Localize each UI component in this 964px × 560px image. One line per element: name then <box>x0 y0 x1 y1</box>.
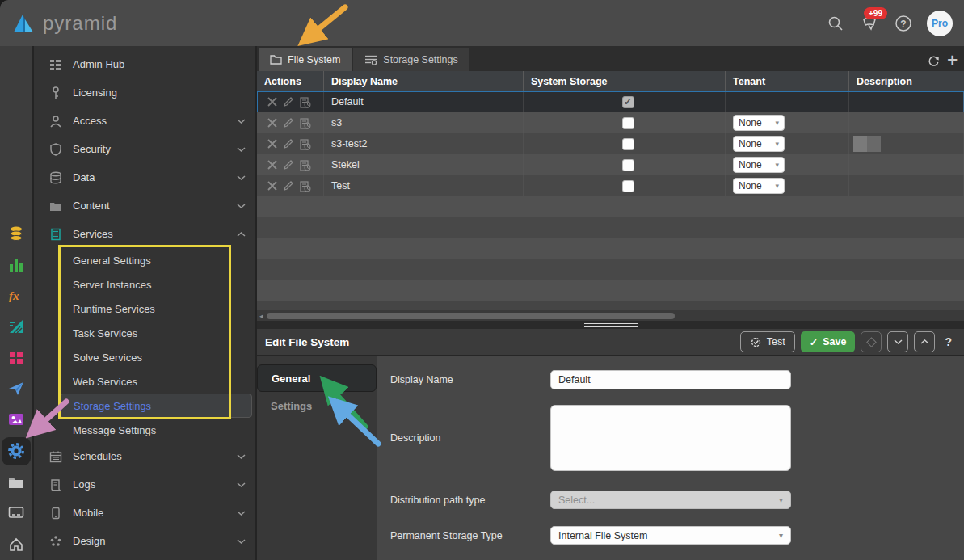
permanent-storage-type-select[interactable]: Internal File System ▾ <box>550 526 791 545</box>
panel-splitter[interactable] <box>257 321 964 329</box>
history-clipboard-icon[interactable] <box>299 138 311 150</box>
splitter-handle-icon[interactable] <box>584 323 638 327</box>
distribution-path-type-select[interactable]: Select... ▾ <box>550 491 791 509</box>
tenant-select[interactable]: None▾ <box>733 115 785 131</box>
scrollbar-thumb[interactable] <box>267 313 675 319</box>
sidebar-subitem-general-settings[interactable]: General Settings <box>34 248 255 272</box>
header-tenant[interactable]: Tenant <box>726 71 849 91</box>
history-clipboard-icon[interactable] <box>299 180 311 192</box>
image-icon[interactable] <box>2 404 31 435</box>
horizontal-scrollbar[interactable]: ◂ <box>257 310 964 321</box>
sidebar-subitem-message-settings[interactable]: Message Settings <box>34 418 255 442</box>
row-display-name: Default <box>324 92 524 112</box>
search-icon[interactable] <box>825 13 846 34</box>
notifications-icon[interactable]: +99 <box>859 13 880 34</box>
sidebar-item-mobile[interactable]: Mobile <box>34 499 255 527</box>
sidebar-subitem-server-instances[interactable]: Server Instances <box>34 272 255 297</box>
system-storage-checkbox[interactable] <box>622 180 634 192</box>
system-storage-checkbox[interactable] <box>622 138 634 150</box>
sidebar-item-services[interactable]: Services <box>34 220 255 248</box>
tab-settings[interactable]: Settings <box>257 392 377 419</box>
home-icon[interactable] <box>2 529 31 560</box>
system-storage-checkbox[interactable] <box>622 159 634 171</box>
row-display-name: Test <box>324 175 524 196</box>
sidebar-item-design[interactable]: Design <box>34 527 255 555</box>
table-row[interactable]: Default ✓ <box>257 91 964 112</box>
tab-file-system[interactable]: File System <box>259 48 352 71</box>
sidebar-item-admin-hub[interactable]: Admin Hub <box>34 50 255 78</box>
sidebar-item-schedules[interactable]: Schedules <box>34 442 255 470</box>
system-storage-checkbox[interactable] <box>622 117 634 129</box>
notification-badge: +99 <box>864 7 887 19</box>
chevron-up-icon <box>237 228 246 240</box>
sidebar-item-data[interactable]: Data <box>34 163 255 192</box>
edit-pencil-icon[interactable] <box>283 138 294 149</box>
delete-icon[interactable] <box>267 138 278 149</box>
collapse-up-button[interactable] <box>914 331 935 352</box>
collapse-down-button[interactable] <box>887 331 908 352</box>
system-storage-checkbox[interactable]: ✓ <box>622 96 634 108</box>
sidebar-subitem-solve-services[interactable]: Solve Services <box>34 345 255 369</box>
delete-icon[interactable] <box>267 159 278 171</box>
databases-icon[interactable] <box>2 218 31 249</box>
refresh-icon[interactable] <box>927 54 941 68</box>
diamond-button[interactable] <box>861 331 882 352</box>
edit-pencil-icon[interactable] <box>283 96 294 107</box>
description-textarea[interactable] <box>550 405 791 471</box>
sidebar-item-logs[interactable]: Logs <box>34 470 255 499</box>
test-gear-icon <box>750 336 762 348</box>
display-name-input[interactable] <box>550 370 791 389</box>
test-button[interactable]: Test <box>740 331 795 352</box>
header-description[interactable]: Description <box>849 71 964 91</box>
table-row[interactable]: s3 None▾ <box>257 112 964 133</box>
history-clipboard-icon[interactable] <box>299 96 311 108</box>
save-button[interactable]: ✓ Save <box>801 331 856 352</box>
edit-pencil-icon[interactable] <box>283 180 294 192</box>
delete-icon[interactable] <box>267 180 278 192</box>
history-clipboard-icon[interactable] <box>299 117 311 129</box>
sidebar-subitem-runtime-services[interactable]: Runtime Services <box>34 297 255 321</box>
header-display-name[interactable]: Display Name <box>324 71 524 91</box>
bar-chart-icon[interactable] <box>2 249 31 280</box>
delete-icon[interactable] <box>267 117 278 128</box>
admin-gear-icon[interactable] <box>2 437 31 465</box>
apps-grid-icon[interactable] <box>2 342 31 373</box>
tab-general[interactable]: General <box>257 364 377 392</box>
add-icon[interactable]: + <box>947 53 958 68</box>
sidebar-item-security[interactable]: Security <box>34 135 255 163</box>
table-row[interactable]: Stekel None▾ <box>257 154 964 175</box>
scroll-left-icon[interactable]: ◂ <box>259 312 263 320</box>
delete-icon[interactable] <box>267 96 278 107</box>
history-clipboard-icon[interactable] <box>299 159 311 171</box>
sidebar-subitem-web-services[interactable]: Web Services <box>34 369 255 394</box>
panel-title: Edit File System <box>265 336 349 348</box>
chevron-down-icon <box>894 339 903 345</box>
sidebar-label: Admin Hub <box>73 58 124 70</box>
folder-icon[interactable] <box>2 467 31 498</box>
edit-pencil-icon[interactable] <box>283 117 294 128</box>
header-actions[interactable]: Actions <box>257 71 324 91</box>
monitor-icon[interactable] <box>2 498 31 528</box>
header-system-storage[interactable]: System Storage <box>524 71 726 91</box>
tab-storage-settings[interactable]: Storage Settings <box>353 48 469 71</box>
tenant-select[interactable]: None▾ <box>733 136 785 152</box>
sidebar-item-content[interactable]: Content <box>34 192 255 220</box>
sidebar-label: Access <box>73 115 107 127</box>
pyramid-logo: pyramid <box>11 12 117 35</box>
panel-help-button[interactable]: ? <box>941 335 956 348</box>
present-icon[interactable] <box>2 311 31 342</box>
avatar[interactable]: Pro <box>927 11 953 36</box>
admin-sidebar: Admin Hub Licensing Access Security Data <box>34 46 257 560</box>
sidebar-subitem-task-services[interactable]: Task Services <box>34 321 255 345</box>
table-row[interactable]: s3-test2 None▾ <box>257 133 964 154</box>
formulas-fx-icon[interactable]: fx <box>2 280 31 311</box>
publish-plane-icon[interactable] <box>2 373 31 404</box>
sidebar-subitem-storage-settings[interactable]: Storage Settings <box>60 394 252 418</box>
edit-pencil-icon[interactable] <box>283 159 294 171</box>
tenant-select[interactable]: None▾ <box>733 178 785 194</box>
tenant-select[interactable]: None▾ <box>733 157 785 173</box>
sidebar-item-licensing[interactable]: Licensing <box>34 78 255 107</box>
sidebar-item-access[interactable]: Access <box>34 107 255 135</box>
help-icon[interactable]: ? <box>893 13 914 34</box>
table-row[interactable]: Test None▾ <box>257 175 964 196</box>
